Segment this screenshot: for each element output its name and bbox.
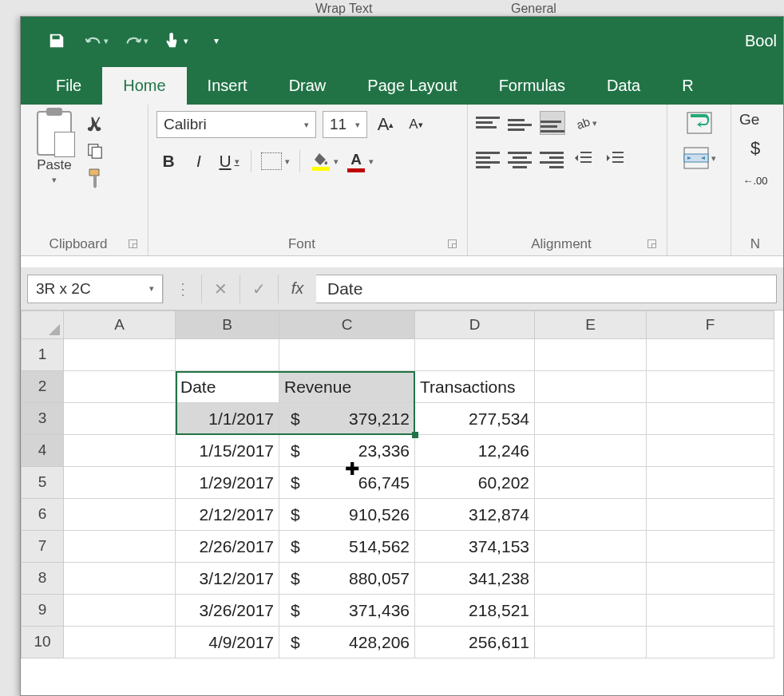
- bold-button[interactable]: B: [156, 149, 180, 173]
- qat-customize[interactable]: ▾: [204, 29, 228, 53]
- align-top-button[interactable]: [476, 111, 500, 135]
- row-header-8[interactable]: 8: [21, 563, 64, 595]
- align-center-button[interactable]: [508, 146, 532, 170]
- cell[interactable]: [64, 595, 176, 627]
- font-name-combo[interactable]: Calibri▾: [156, 111, 316, 138]
- row-header-5[interactable]: 5: [21, 467, 64, 499]
- font-launcher[interactable]: ◲: [447, 236, 457, 249]
- tab-draw[interactable]: Draw: [268, 67, 347, 105]
- cell-b5[interactable]: 1/29/2017: [176, 467, 279, 499]
- cell[interactable]: [64, 371, 176, 403]
- row-header-4[interactable]: 4: [21, 435, 64, 467]
- cell-c8[interactable]: $880,057: [279, 563, 415, 595]
- cell[interactable]: [64, 563, 176, 595]
- align-bottom-button[interactable]: [540, 111, 565, 135]
- save-button[interactable]: [45, 29, 69, 53]
- select-all-corner[interactable]: [21, 310, 64, 339]
- align-left-button[interactable]: [476, 146, 500, 170]
- underline-button[interactable]: U▾: [217, 149, 241, 173]
- cancel-formula-button[interactable]: ✕: [201, 275, 240, 303]
- tab-review[interactable]: R: [661, 67, 714, 105]
- row-header-2[interactable]: 2: [21, 371, 64, 403]
- cell[interactable]: [64, 435, 176, 467]
- col-header-d[interactable]: D: [415, 310, 535, 339]
- cell[interactable]: [647, 403, 774, 435]
- row-header-7[interactable]: 7: [21, 531, 64, 563]
- row-header-10[interactable]: 10: [21, 627, 64, 658]
- cell[interactable]: [535, 499, 647, 531]
- cell-c5[interactable]: $66,745: [279, 467, 415, 499]
- cell-b6[interactable]: 2/12/2017: [176, 499, 279, 531]
- col-header-a[interactable]: A: [64, 310, 176, 339]
- cell-b8[interactable]: 3/12/2017: [176, 563, 279, 595]
- align-right-button[interactable]: [540, 146, 564, 170]
- cell[interactable]: [64, 531, 176, 563]
- cell-d10[interactable]: 256,611: [415, 627, 535, 658]
- cell-c9[interactable]: $371,436: [279, 595, 415, 627]
- increase-decimal-button[interactable]: ←.00: [739, 168, 771, 192]
- cell[interactable]: [279, 339, 415, 371]
- cell-d5[interactable]: 60,202: [415, 467, 535, 499]
- decrease-indent-button[interactable]: [572, 146, 596, 170]
- cell-c3[interactable]: $379,212: [279, 403, 415, 435]
- wrap-text-button[interactable]: [686, 111, 713, 135]
- number-format-combo[interactable]: Ge: [739, 111, 771, 129]
- cell[interactable]: [647, 531, 774, 563]
- cell-b4[interactable]: 1/15/2017: [176, 435, 279, 467]
- cell[interactable]: [535, 531, 647, 563]
- name-box[interactable]: 3R x 2C▾: [27, 275, 163, 303]
- cell[interactable]: [535, 467, 647, 499]
- align-middle-button[interactable]: [508, 111, 532, 135]
- borders-button[interactable]: ▾: [261, 149, 290, 173]
- cell[interactable]: [647, 371, 774, 403]
- cell[interactable]: [535, 627, 647, 658]
- cell-b3[interactable]: 1/1/2017: [176, 403, 279, 435]
- alignment-launcher[interactable]: ◲: [647, 236, 657, 249]
- increase-font-button[interactable]: A▴: [374, 113, 398, 136]
- cell-d7[interactable]: 374,153: [415, 531, 535, 563]
- touch-mode-button[interactable]: ▾: [164, 29, 188, 53]
- tab-home[interactable]: Home: [102, 67, 186, 105]
- fill-color-button[interactable]: ▾: [310, 149, 339, 173]
- insert-function-button[interactable]: fx: [278, 275, 316, 303]
- paste-button[interactable]: Paste ▾: [29, 111, 80, 185]
- cell-b10[interactable]: 4/9/2017: [176, 627, 279, 658]
- enter-formula-button[interactable]: ✓: [240, 275, 278, 303]
- format-painter-button[interactable]: [85, 168, 105, 188]
- cell[interactable]: [647, 467, 774, 499]
- cell[interactable]: [176, 339, 279, 371]
- cell-b7[interactable]: 2/26/2017: [176, 531, 279, 563]
- row-header-3[interactable]: 3: [21, 403, 64, 435]
- accounting-format-button[interactable]: $: [739, 136, 771, 160]
- redo-button[interactable]: ▾: [125, 29, 148, 53]
- cell-d9[interactable]: 218,521: [415, 595, 535, 627]
- cell-c6[interactable]: $910,526: [279, 499, 415, 531]
- tab-page-layout[interactable]: Page Layout: [346, 67, 477, 105]
- font-size-combo[interactable]: 11▾: [323, 111, 367, 138]
- cell-c2[interactable]: Revenue: [279, 371, 415, 403]
- cell-d3[interactable]: 277,534: [415, 403, 535, 435]
- cell[interactable]: [535, 435, 647, 467]
- italic-button[interactable]: I: [187, 149, 211, 173]
- col-header-b[interactable]: B: [176, 310, 279, 339]
- cell[interactable]: [535, 371, 647, 403]
- row-header-6[interactable]: 6: [21, 499, 64, 531]
- cell[interactable]: [535, 595, 647, 627]
- cell-d6[interactable]: 312,874: [415, 499, 535, 531]
- fill-handle[interactable]: [412, 432, 418, 438]
- cut-button[interactable]: [85, 114, 105, 133]
- formula-input[interactable]: Date: [316, 275, 777, 303]
- row-header-9[interactable]: 9: [21, 595, 64, 627]
- cell-b2[interactable]: Date: [176, 371, 279, 403]
- cell[interactable]: [64, 499, 176, 531]
- cell[interactable]: [64, 339, 176, 371]
- cell-d4[interactable]: 12,246: [415, 435, 535, 467]
- col-header-e[interactable]: E: [535, 310, 647, 339]
- row-header-1[interactable]: 1: [21, 339, 64, 371]
- col-header-f[interactable]: F: [647, 310, 774, 339]
- cell[interactable]: [647, 499, 774, 531]
- tab-formulas[interactable]: Formulas: [478, 67, 586, 105]
- tab-insert[interactable]: Insert: [187, 67, 268, 105]
- decrease-font-button[interactable]: A▾: [404, 113, 428, 136]
- cell[interactable]: [415, 339, 535, 371]
